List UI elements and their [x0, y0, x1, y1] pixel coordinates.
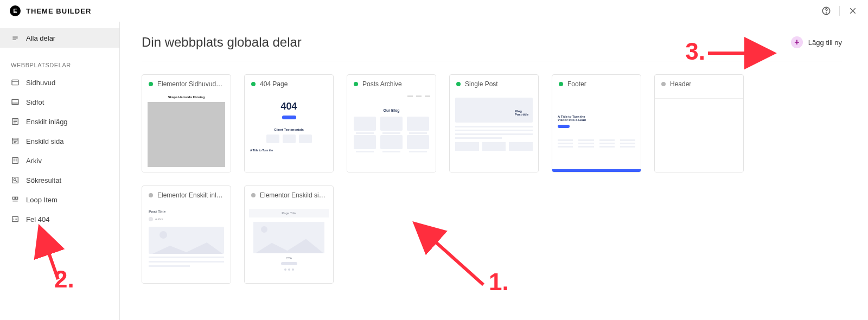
part-card[interactable]: Elementor Enskild sida #… Page Title CTA — [244, 185, 334, 284]
thumbnail: Our Blog — [347, 93, 436, 172]
parts-grid: Elementor Sidhuvud #13 Skapa Hemsida För… — [142, 74, 842, 284]
status-dot — [456, 82, 461, 86]
sidebar: Alla delar WEBBPLATSDELAR Sidhuvud Sidfo… — [0, 22, 120, 320]
page-title: Din webbplats globala delar — [142, 35, 302, 50]
status-dot — [149, 193, 153, 197]
sidebar-item-label: Sidfot — [26, 98, 44, 106]
thumbnail: Page Title CTA — [245, 204, 333, 283]
thumbnail — [655, 93, 743, 172]
part-card[interactable]: Elementor Enskilt inlägg … Post Title Au… — [142, 185, 231, 284]
sidebar-item-loop-item[interactable]: Loop Item — [0, 190, 119, 209]
status-dot — [559, 82, 563, 86]
error-404-icon — [11, 215, 20, 223]
app-title: THEME BUILDER — [26, 7, 91, 15]
sidebar-item-sokresultat[interactable]: Sökresultat — [0, 170, 119, 190]
topbar-actions — [821, 5, 858, 16]
thumbnail: Post Title Author — [142, 204, 231, 283]
sidebar-item-arkiv[interactable]: Arkiv — [0, 151, 119, 170]
svg-rect-9 — [12, 197, 15, 199]
add-new-label: Lägg till ny — [808, 39, 842, 47]
layout: Alla delar WEBBPLATSDELAR Sidhuvud Sidfo… — [0, 22, 868, 320]
sidebar-item-label: Alla delar — [26, 34, 55, 42]
sidebar-item-label: Arkiv — [26, 157, 42, 165]
card-title: 404 Page — [260, 80, 288, 88]
separator — [839, 6, 840, 16]
sidebar-section-label: WEBBPLATSDELAR — [0, 48, 119, 73]
part-card[interactable]: 404 Page 404 Client Testimonials A Title… — [244, 74, 334, 172]
sidebar-item-label: Sökresultat — [26, 176, 61, 184]
sidebar-item-enskilt-inlagg[interactable]: Enskilt inlägg — [0, 112, 119, 131]
part-card[interactable]: Single Post Blog Post title — [449, 74, 539, 172]
svg-rect-2 — [12, 80, 18, 85]
footer-icon — [11, 98, 20, 106]
svg-rect-6 — [12, 158, 18, 164]
part-card[interactable]: Header — [654, 74, 744, 172]
topbar: E THEME BUILDER — [0, 0, 868, 22]
svg-rect-7 — [12, 177, 18, 183]
list-icon — [11, 34, 20, 42]
main: Din webbplats globala delar + Lägg till … — [120, 22, 868, 320]
status-dot — [354, 82, 358, 86]
topbar-left: E THEME BUILDER — [10, 5, 91, 16]
help-icon[interactable] — [821, 5, 832, 16]
sidebar-item-label: Sidhuvud — [26, 79, 55, 87]
sidebar-item-sidfot[interactable]: Sidfot — [0, 92, 119, 112]
status-dot — [661, 82, 666, 86]
single-post-icon — [11, 117, 20, 126]
sidebar-item-label: Loop Item — [26, 196, 58, 204]
status-dot — [149, 82, 153, 86]
archive-icon — [11, 156, 20, 165]
svg-rect-10 — [16, 197, 18, 199]
svg-point-8 — [14, 178, 16, 181]
sidebar-item-fel-404[interactable]: Fel 404 — [0, 209, 119, 229]
card-title: Elementor Sidhuvud #13 — [157, 80, 224, 88]
sidebar-item-label: Enskilt inlägg — [26, 118, 68, 126]
search-results-icon — [11, 176, 20, 184]
header-icon — [11, 78, 20, 87]
svg-rect-3 — [12, 99, 18, 104]
page-head: Din webbplats globala delar + Lägg till … — [142, 35, 842, 61]
card-title: Elementor Enskilt inlägg … — [157, 191, 224, 199]
card-title: Header — [670, 80, 691, 88]
elementor-logo: E — [10, 5, 21, 16]
thumbnail: Blog Post title — [450, 93, 538, 172]
status-dot — [251, 193, 256, 197]
card-title: Footer — [567, 80, 586, 88]
card-title: Elementor Enskild sida #… — [260, 191, 327, 199]
card-title: Posts Archive — [362, 80, 402, 88]
sidebar-item-sidhuvud[interactable]: Sidhuvud — [0, 73, 119, 92]
thumbnail: 404 Client Testimonials A Title to Turn … — [245, 93, 333, 172]
add-new-button[interactable]: + Lägg till ny — [791, 36, 842, 48]
svg-point-1 — [826, 12, 827, 13]
status-dot — [251, 82, 256, 86]
card-title: Single Post — [465, 80, 498, 88]
thumbnail: A Title to Turn the Visitor Into a Lead — [552, 93, 641, 172]
sidebar-item-label: Enskild sida — [26, 137, 63, 145]
loop-item-icon — [11, 195, 20, 204]
sidebar-item-enskild-sida[interactable]: Enskild sida — [0, 131, 119, 151]
thumbnail: Skapa Hemsida Företag — [142, 93, 231, 172]
part-card[interactable]: Footer A Title to Turn the Visitor Into … — [552, 74, 641, 172]
part-card[interactable]: Posts Archive Our Blog — [347, 74, 436, 172]
single-page-icon — [11, 137, 20, 145]
sidebar-item-label: Fel 404 — [26, 215, 49, 223]
sidebar-item-all-parts[interactable]: Alla delar — [0, 28, 119, 48]
close-icon[interactable] — [847, 5, 858, 16]
plus-icon: + — [791, 36, 803, 48]
part-card[interactable]: Elementor Sidhuvud #13 Skapa Hemsida För… — [142, 74, 231, 172]
